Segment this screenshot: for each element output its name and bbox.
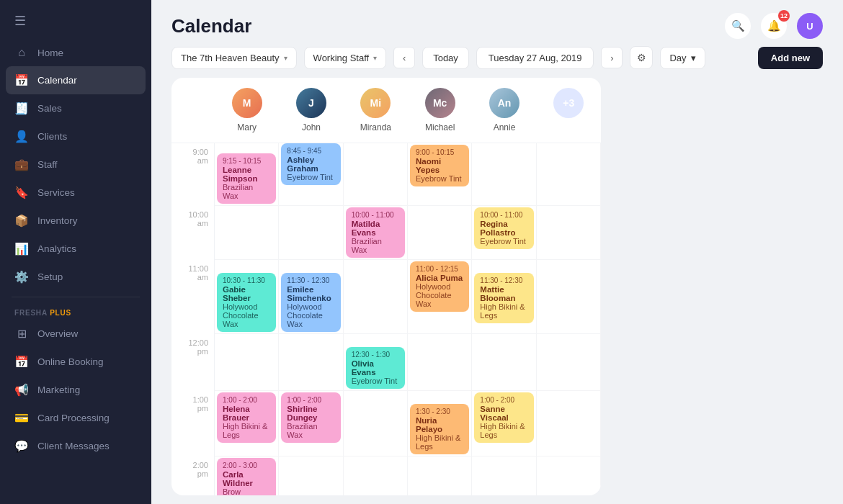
- marketing-icon: 📢: [14, 383, 29, 397]
- appointment[interactable]: 1:30 - 2:30 Nuria Pelayo High Bikini & L…: [410, 404, 469, 454]
- appointment[interactable]: 10:00 - 11:00 Regina Pollastro Eyebrow T…: [474, 207, 533, 249]
- appointment-service: Holywood Chocolate Wax: [287, 302, 334, 328]
- appointment[interactable]: 1:00 - 2:00 Sanne Viscaal High Bikini & …: [474, 392, 533, 443]
- calendar-scroll[interactable]: 9:00am 9:15 - 10:15 Leanne Simpson Brazi…: [171, 143, 601, 495]
- view-label: Day: [669, 53, 686, 63]
- time-cell: [279, 206, 343, 260]
- sidebar: ☰ ⌂ Home 📅 Calendar 🧾 Sales 👤 Clients 💼 …: [0, 0, 151, 504]
- sidebar-header: ☰: [0, 0, 151, 36]
- appointment-name: Nuria Pelayo: [416, 416, 463, 433]
- time-cell: [344, 456, 408, 495]
- appointment-service: Brazilian Wax: [352, 237, 399, 254]
- appointment[interactable]: 9:15 - 10:15 Leanne Simpson Brazilian Wa…: [217, 153, 276, 204]
- time-cell: 10:00 - 11:00 Matilda Evans Brazilian Wa…: [344, 206, 408, 260]
- sidebar-item-online-booking[interactable]: 📅 Online Booking: [0, 348, 151, 376]
- sidebar-item-services[interactable]: 🔖 Services: [0, 179, 151, 207]
- sidebar-item-client-messages[interactable]: 💬 Client Messages: [0, 432, 151, 460]
- sidebar-item-inventory[interactable]: 📦 Inventory: [0, 207, 151, 235]
- appointment[interactable]: 9:00 - 10:15 Naomi Yepes Eyebrow Tint: [410, 145, 469, 186]
- appointment[interactable]: 11:00 - 12:15 Alicia Puma Holywood Choco…: [410, 261, 469, 312]
- appointment-service: High Bikini & Legs: [223, 422, 270, 439]
- card-processing-icon: 💳: [14, 411, 29, 425]
- topbar: Calendar 🔍 🔔 12 U: [151, 0, 843, 46]
- appointment[interactable]: 11:30 - 12:30 Emilee Simchenko Holywood …: [281, 273, 340, 332]
- appointment-service: High Bikini & Legs: [480, 302, 527, 320]
- sidebar-item-label: Online Booking: [37, 356, 104, 367]
- appointment-service: High Bikini & Legs: [480, 422, 527, 439]
- sidebar-item-analytics[interactable]: 📊 Analytics: [0, 235, 151, 263]
- sidebar-item-marketing[interactable]: 📢 Marketing: [0, 376, 151, 404]
- time-cell: 9:00 - 10:15 Naomi Yepes Eyebrow Tint: [408, 143, 472, 206]
- sidebar-item-label: Staff: [37, 159, 58, 170]
- location-label: The 7th Heaven Beauty: [181, 53, 280, 63]
- staff-cell-michael: Mc Michael: [408, 85, 472, 135]
- sidebar-item-clients[interactable]: 👤 Clients: [0, 122, 151, 150]
- appointment-name: Ashley Graham: [287, 156, 334, 173]
- appointment[interactable]: 1:00 - 2:00 Helena Brauer High Bikini & …: [217, 392, 276, 443]
- sidebar-item-label: Marketing: [37, 384, 80, 395]
- appointment[interactable]: 11:30 - 12:30 Mattie Blooman High Bikini…: [474, 273, 533, 323]
- sidebar-item-setup[interactable]: ⚙️ Setup: [0, 263, 151, 291]
- staff-cell-more[interactable]: +3: [537, 85, 601, 135]
- appointment[interactable]: 10:00 - 11:00 Matilda Evans Brazilian Wa…: [346, 207, 405, 258]
- staff-label: Working Staff: [313, 53, 370, 63]
- sidebar-item-label: Sales: [37, 103, 62, 114]
- current-date-button[interactable]: Tuesday 27 Aug, 2019: [476, 47, 594, 69]
- sidebar-item-overview[interactable]: ⊞ Overview: [0, 320, 151, 348]
- time-cell: [408, 456, 472, 495]
- staff-cell-annie: An Annie: [472, 85, 536, 135]
- appointment-name: Sanne Viscaal: [480, 405, 527, 422]
- staff-name: Annie: [494, 122, 516, 132]
- overview-icon: ⊞: [14, 327, 29, 341]
- appointment-name: Alicia Puma: [416, 274, 463, 282]
- hamburger-icon[interactable]: ☰: [14, 13, 137, 29]
- appointment-time: 12:30 - 1:30: [352, 351, 399, 359]
- client-messages-icon: 💬: [14, 439, 29, 453]
- time-cell: [537, 206, 601, 260]
- time-label-10am: 10:00am: [171, 206, 215, 260]
- time-cell: [537, 260, 601, 334]
- search-button[interactable]: 🔍: [725, 13, 751, 39]
- today-button[interactable]: Today: [422, 47, 469, 69]
- sidebar-navigation: ⌂ Home 📅 Calendar 🧾 Sales 👤 Clients 💼 St…: [0, 36, 151, 504]
- time-cell: [279, 334, 343, 391]
- appointment-name: Carla Wildner: [223, 470, 270, 487]
- appointment[interactable]: 12:30 - 1:30 Olivia Evans Eyebrow Tint: [346, 347, 405, 389]
- sidebar-item-staff[interactable]: 💼 Staff: [0, 150, 151, 179]
- staff-dropdown[interactable]: Working Staff ▾: [304, 47, 387, 69]
- time-cell: 11:30 - 12:30 Mattie Blooman High Bikini…: [472, 260, 536, 334]
- view-dropdown[interactable]: Day ▾: [660, 47, 705, 69]
- inventory-icon: 📦: [14, 214, 29, 228]
- appointment[interactable]: 2:00 - 3:00 Carla Wildner Brow Laminatio…: [217, 458, 276, 495]
- settings-button[interactable]: ⚙: [630, 46, 653, 69]
- appointment-service: Holywood Chocolate Wax: [416, 282, 463, 308]
- time-cell: [537, 456, 601, 495]
- plus-section-label: FRESHA PLUS: [0, 303, 151, 320]
- appointment-service: Eyebrow Tint: [287, 173, 334, 181]
- appointment-time: 11:30 - 12:30: [287, 276, 334, 284]
- add-new-button[interactable]: Add new: [758, 47, 823, 69]
- chevron-down-icon: ▾: [284, 54, 287, 62]
- location-dropdown[interactable]: The 7th Heaven Beauty ▾: [171, 47, 297, 69]
- sidebar-item-calendar[interactable]: 📅 Calendar: [6, 66, 146, 94]
- appointment-name: Gabie Sheber: [223, 285, 270, 302]
- notification-badge: 12: [778, 10, 790, 22]
- time-cell: [472, 143, 536, 206]
- notifications-button[interactable]: 🔔 12: [761, 13, 787, 39]
- appointment[interactable]: 1:00 - 2:00 Shirline Dungey Brazilian Wa…: [281, 392, 340, 443]
- time-cell: 12:30 - 1:30 Olivia Evans Eyebrow Tint: [344, 334, 408, 391]
- chevron-down-icon: ▾: [691, 53, 696, 63]
- clients-icon: 👤: [14, 130, 29, 143]
- appointment[interactable]: 10:30 - 11:30 Gabie Sheber Holywood Choc…: [217, 273, 276, 332]
- prev-date-button[interactable]: ‹: [393, 47, 415, 68]
- time-cell: 2:00 - 3:00 Carla Wildner Brow Laminatio…: [215, 456, 279, 495]
- sidebar-item-label: Analytics: [37, 243, 76, 254]
- appointment[interactable]: 8:45 - 9:45 Ashley Graham Eyebrow Tint: [281, 143, 340, 185]
- user-avatar-button[interactable]: U: [797, 13, 823, 39]
- sidebar-item-card-processing[interactable]: 💳 Card Processing: [0, 404, 151, 432]
- sidebar-item-home[interactable]: ⌂ Home: [0, 39, 151, 66]
- sidebar-item-sales[interactable]: 🧾 Sales: [0, 94, 151, 122]
- time-cell: [279, 456, 343, 495]
- next-date-button[interactable]: ›: [601, 47, 623, 68]
- appointment-name: Regina Pollastro: [480, 220, 527, 237]
